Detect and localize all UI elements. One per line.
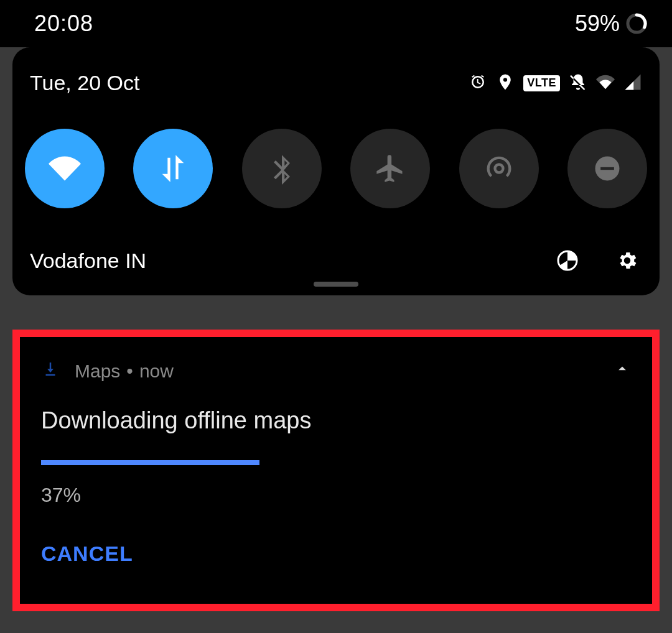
qs-tile-wifi[interactable] [25, 129, 105, 208]
settings-icon[interactable] [615, 248, 640, 273]
qs-footer: Vodafone IN [12, 227, 660, 278]
status-icons: V⁠LTE [469, 73, 642, 94]
status-bar: 20:08 59% [0, 0, 672, 47]
notification-card[interactable]: Maps • now Downloading offline maps 37% … [20, 337, 652, 604]
battery-percent: 59% [575, 11, 620, 37]
cancel-button[interactable]: CANCEL [41, 542, 133, 566]
progress-bar [41, 460, 631, 465]
quick-settings-panel[interactable]: Tue, 20 Oct V⁠LTE Vodafo [12, 47, 660, 295]
qs-tiles [12, 108, 660, 227]
location-icon [496, 73, 515, 94]
notification-app: Maps [75, 361, 120, 382]
progress-fill [41, 460, 259, 465]
notification-highlight: Maps • now Downloading offline maps 37% … [12, 330, 660, 611]
mute-icon [569, 73, 587, 94]
drag-handle[interactable] [314, 282, 358, 287]
carrier-label: Vodafone IN [30, 249, 146, 273]
notification-title: Downloading offline maps [41, 407, 631, 434]
qs-tile-data[interactable] [133, 129, 213, 208]
qs-tile-bluetooth[interactable] [242, 129, 322, 208]
qs-tile-airplane[interactable] [350, 129, 430, 208]
progress-percent: 37% [41, 484, 631, 507]
qs-tile-hotspot[interactable] [459, 129, 539, 208]
data-usage-icon[interactable] [555, 248, 580, 273]
download-icon [41, 359, 60, 382]
notification-header: Maps • now [41, 359, 631, 382]
signal-icon [623, 73, 642, 94]
alarm-icon [469, 73, 487, 94]
clock: 20:08 [34, 11, 93, 37]
svg-rect-4 [46, 374, 55, 376]
svg-rect-2 [600, 167, 614, 170]
notification-when: now [139, 361, 174, 382]
separator: • [126, 361, 133, 382]
notification-actions: CANCEL [41, 542, 631, 566]
wifi-small-icon [596, 73, 615, 94]
battery-ring-icon [626, 13, 647, 34]
qs-header: Tue, 20 Oct V⁠LTE [12, 47, 660, 108]
chevron-up-icon[interactable] [614, 360, 631, 382]
date: Tue, 20 Oct [30, 71, 139, 95]
qs-tile-dnd[interactable] [567, 129, 647, 208]
volte-icon: V⁠LTE [523, 75, 560, 91]
